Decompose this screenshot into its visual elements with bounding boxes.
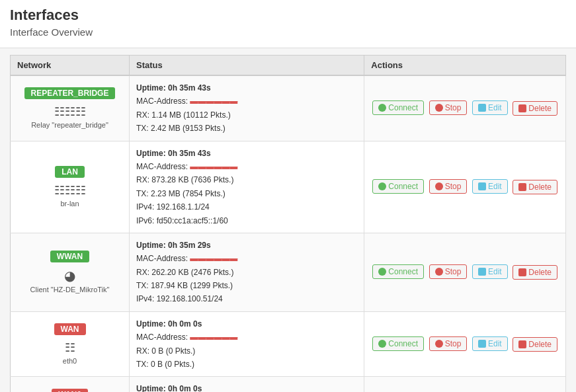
edit-icon [478, 182, 486, 190]
section-title: Interface Overview [10, 26, 566, 38]
stop-button[interactable]: Stop [429, 336, 468, 351]
connect-button[interactable]: Connect [372, 336, 424, 351]
edit-button[interactable]: Edit [472, 100, 508, 115]
status-cell: Uptime: 0h 0m 0sMAC-Address: ▬▬▬▬▬▬RX: 0… [130, 311, 364, 377]
iface-cell: WAN6 ☷ eth0 [11, 377, 130, 392]
iface-cell: WWAN ◕ Client "HZ-DE_MikroTik" [11, 233, 130, 311]
stop-icon [435, 104, 443, 112]
connect-button[interactable]: Connect [372, 100, 424, 115]
actions-cell: Connect Stop Edit ✕ Delete [364, 233, 566, 311]
connect-icon [378, 182, 386, 190]
edit-icon [478, 268, 486, 276]
status-cell: Uptime: 0h 35m 29sMAC-Address: ▬▬▬▬▬▬RX:… [130, 233, 364, 311]
stop-button[interactable]: Stop [429, 264, 468, 279]
actions-cell: Connect Stop Edit ✕ Delete [364, 311, 566, 377]
page-title: Interfaces [10, 7, 566, 24]
delete-icon: ✕ [518, 183, 526, 191]
connect-icon [378, 340, 386, 348]
connect-icon [378, 104, 386, 112]
table-row: REPEATER_BRIDGE ☷☷☷ Relay "repeater_brid… [11, 75, 566, 141]
col-header-actions: Actions [364, 56, 566, 76]
edit-button[interactable]: Edit [472, 179, 508, 194]
delete-icon: ✕ [518, 268, 526, 276]
stop-icon [435, 268, 443, 276]
edit-button[interactable]: Edit [472, 264, 508, 279]
delete-button[interactable]: ✕ Delete [513, 337, 557, 352]
delete-button[interactable]: ✕ Delete [513, 265, 557, 280]
connect-icon [378, 268, 386, 276]
col-header-status: Status [130, 56, 364, 76]
stop-button[interactable]: Stop [429, 100, 468, 115]
stop-icon [435, 340, 443, 348]
edit-icon [478, 340, 486, 348]
actions-cell: Connect Stop Edit ✕ Delete [364, 75, 566, 141]
delete-button[interactable]: ✕ Delete [513, 101, 557, 116]
table-row: WAN6 ☷ eth0 Uptime: 0h 0m 0sMAC-Address:… [11, 377, 566, 392]
status-cell: Uptime: 0h 35m 43sMAC-Address: ▬▬▬▬▬▬RX:… [130, 141, 364, 233]
iface-cell: WAN ☷ eth0 [11, 311, 130, 377]
table-row: WAN ☷ eth0 Uptime: 0h 0m 0sMAC-Address: … [11, 311, 566, 377]
table-row: WWAN ◕ Client "HZ-DE_MikroTik" Uptime: 0… [11, 233, 566, 311]
iface-cell: LAN ☷☷☷ br-lan [11, 141, 130, 233]
edit-button[interactable]: Edit [472, 336, 508, 351]
table-row: LAN ☷☷☷ br-lan Uptime: 0h 35m 43sMAC-Add… [11, 141, 566, 233]
interfaces-table: Network Status Actions REPEATER_BRIDGE ☷… [10, 55, 566, 392]
stop-button[interactable]: Stop [429, 179, 468, 194]
delete-button[interactable]: ✕ Delete [513, 180, 557, 194]
delete-icon: ✕ [518, 340, 526, 348]
actions-cell: Connect Stop Edit ✕ Delete [364, 377, 566, 392]
connect-button[interactable]: Connect [372, 264, 424, 279]
connect-button[interactable]: Connect [372, 179, 424, 194]
edit-icon [478, 104, 486, 112]
actions-cell: Connect Stop Edit ✕ Delete [364, 141, 566, 233]
status-cell: Uptime: 0h 35m 43sMAC-Address: ▬▬▬▬▬▬RX:… [130, 75, 364, 141]
delete-icon: ✕ [518, 104, 526, 112]
iface-cell: REPEATER_BRIDGE ☷☷☷ Relay "repeater_brid… [11, 75, 130, 141]
status-cell: Uptime: 0h 0m 0sMAC-Address: ▬▬▬▬▬▬RX: 0… [130, 377, 364, 392]
col-header-network: Network [11, 56, 130, 76]
stop-icon [435, 182, 443, 190]
